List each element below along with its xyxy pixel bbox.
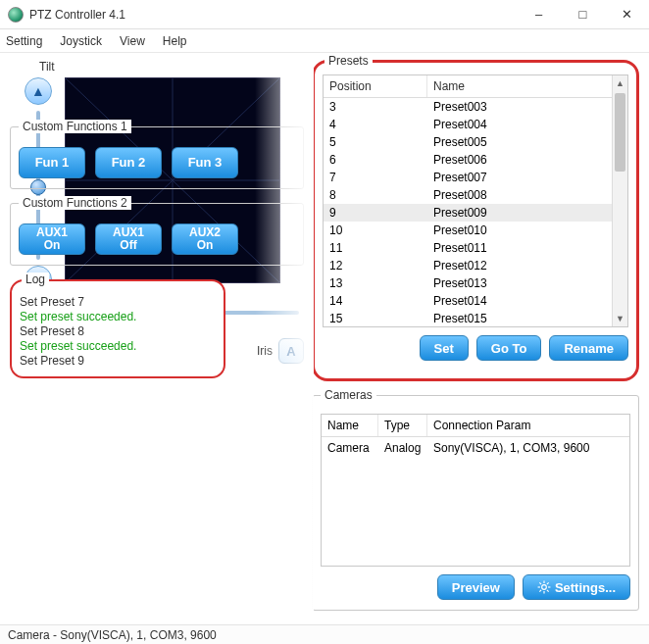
col-type[interactable]: Type	[378, 415, 427, 436]
settings-label: Settings...	[555, 580, 616, 595]
cameras-table: Name Type Connection Param CameraAnalogS…	[321, 414, 630, 567]
camera-conn: Sony(VISCA), 1, COM3, 9600	[427, 437, 629, 459]
set-button[interactable]: Set	[420, 335, 469, 361]
preset-row[interactable]: 5Preset005	[324, 133, 612, 151]
svg-line-11	[547, 590, 549, 592]
goto-button[interactable]: Go To	[476, 335, 542, 361]
preset-name: Preset010	[427, 223, 612, 237]
preset-row[interactable]: 14Preset014	[324, 292, 612, 310]
preset-name: Preset004	[427, 118, 612, 131]
titlebar: PTZ Controller 4.1 – □ ✕	[0, 0, 649, 29]
custom2-button-3[interactable]: AUX2On	[172, 223, 238, 255]
preset-position: 9	[324, 206, 427, 220]
arrow-up-icon: ▲	[31, 83, 45, 99]
group-legend: Presets	[324, 54, 373, 68]
scroll-down-icon[interactable]: ▼	[613, 311, 627, 326]
preset-position: 8	[324, 188, 427, 202]
log-lines: Set Preset 7Set preset succeeded.Set Pre…	[20, 295, 216, 369]
window-controls: – □ ✕	[517, 0, 649, 28]
svg-line-13	[547, 582, 549, 584]
preset-row[interactable]: 13Preset013	[324, 274, 612, 292]
custom2-button-2[interactable]: AUX1Off	[95, 223, 162, 255]
preset-position: 7	[324, 171, 427, 184]
log-line: Set preset succeeded.	[20, 339, 216, 354]
preset-position: 14	[324, 294, 427, 308]
preset-row[interactable]: 3Preset003	[324, 98, 612, 116]
status-text: Camera - Sony(VISCA), 1, COM3, 9600	[8, 628, 217, 642]
preset-name: Preset005	[427, 135, 612, 149]
log-line: Set preset succeeded.	[20, 310, 216, 324]
log-line: Set Preset 7	[20, 295, 216, 310]
preset-name: Preset003	[427, 100, 612, 114]
preset-position: 10	[324, 223, 427, 237]
preset-position: 3	[324, 100, 427, 114]
presets-scrollbar[interactable]: ▲ ▼	[612, 75, 627, 326]
preset-name: Preset008	[427, 188, 612, 202]
menu-view[interactable]: View	[120, 34, 145, 48]
log-group: Log Set Preset 7Set preset succeeded.Set…	[10, 279, 225, 378]
preset-name: Preset006	[427, 153, 612, 167]
preset-name: Preset012	[427, 259, 612, 272]
col-name[interactable]: Name	[322, 415, 378, 436]
group-legend: Custom Functions 1	[19, 120, 131, 133]
custom-functions-1: Custom Functions 1 Fun 1Fun 2Fun 3	[10, 126, 304, 189]
window-title: PTZ Controller 4.1	[29, 8, 517, 22]
preset-name: Preset007	[427, 171, 612, 184]
maximize-button[interactable]: □	[561, 0, 605, 28]
tilt-label: Tilt	[39, 60, 304, 74]
camera-row[interactable]: CameraAnalogSony(VISCA), 1, COM3, 9600	[322, 437, 629, 459]
preset-position: 5	[324, 135, 427, 149]
preset-row[interactable]: 15Preset015	[324, 310, 612, 326]
custom1-button-1[interactable]: Fun 1	[19, 147, 85, 178]
menu-help[interactable]: Help	[163, 34, 187, 48]
preset-name: Preset011	[427, 241, 612, 255]
iris-auto-button[interactable]: A	[278, 338, 304, 364]
presets-header: Position Name	[324, 75, 612, 98]
col-connection[interactable]: Connection Param	[427, 415, 629, 436]
close-button[interactable]: ✕	[605, 0, 649, 28]
scroll-up-icon[interactable]: ▲	[613, 75, 627, 91]
preset-row[interactable]: 7Preset007	[324, 169, 612, 186]
col-position[interactable]: Position	[324, 75, 427, 97]
preset-name: Preset014	[427, 294, 612, 308]
custom2-button-1[interactable]: AUX1On	[19, 223, 85, 255]
preset-row[interactable]: 6Preset006	[324, 151, 612, 169]
camera-actions: Preview Settings...	[321, 574, 630, 600]
custom1-button-2[interactable]: Fun 2	[95, 147, 162, 178]
preset-row[interactable]: 9Preset009	[324, 204, 612, 222]
app-icon	[8, 7, 24, 23]
preset-row[interactable]: 8Preset008	[324, 186, 612, 204]
svg-point-5	[542, 585, 547, 590]
group-legend: Custom Functions 2	[19, 196, 131, 210]
preset-row[interactable]: 11Preset011	[324, 239, 612, 257]
presets-table: Position Name 3Preset0034Preset0045Prese…	[323, 74, 628, 327]
preset-row[interactable]: 4Preset004	[324, 116, 612, 133]
preset-position: 15	[324, 312, 427, 325]
col-name[interactable]: Name	[427, 75, 612, 97]
log-line: Set Preset 8	[20, 324, 216, 339]
scroll-thumb[interactable]	[615, 93, 625, 172]
preset-position: 13	[324, 276, 427, 290]
preset-position: 11	[324, 241, 427, 255]
menu-joystick[interactable]: Joystick	[60, 34, 102, 48]
preview-button[interactable]: Preview	[437, 574, 515, 600]
gear-icon	[537, 580, 551, 594]
statusbar: Camera - Sony(VISCA), 1, COM3, 9600	[0, 624, 649, 644]
rename-button[interactable]: Rename	[549, 335, 628, 361]
preset-actions: Set Go To Rename	[323, 335, 628, 361]
preset-row[interactable]: 12Preset012	[324, 257, 612, 274]
settings-button[interactable]: Settings...	[523, 574, 630, 600]
minimize-button[interactable]: –	[517, 0, 561, 28]
menubar: Setting Joystick View Help	[0, 29, 649, 53]
presets-group: Presets Position Name 3Preset0034Preset0…	[312, 60, 639, 381]
camera-name: Camera	[322, 437, 378, 459]
preset-name: Preset013	[427, 276, 612, 290]
menu-setting[interactable]: Setting	[6, 34, 42, 48]
preset-position: 6	[324, 153, 427, 167]
left-panel: Tilt ▲ ▼ Pan	[10, 60, 304, 378]
custom-functions-2: Custom Functions 2 AUX1OnAUX1OffAUX2On	[10, 203, 304, 266]
log-line: Set Preset 9	[20, 354, 216, 369]
preset-row[interactable]: 10Preset010	[324, 222, 612, 239]
tilt-up-button[interactable]: ▲	[25, 77, 52, 105]
custom1-button-3[interactable]: Fun 3	[172, 147, 238, 178]
